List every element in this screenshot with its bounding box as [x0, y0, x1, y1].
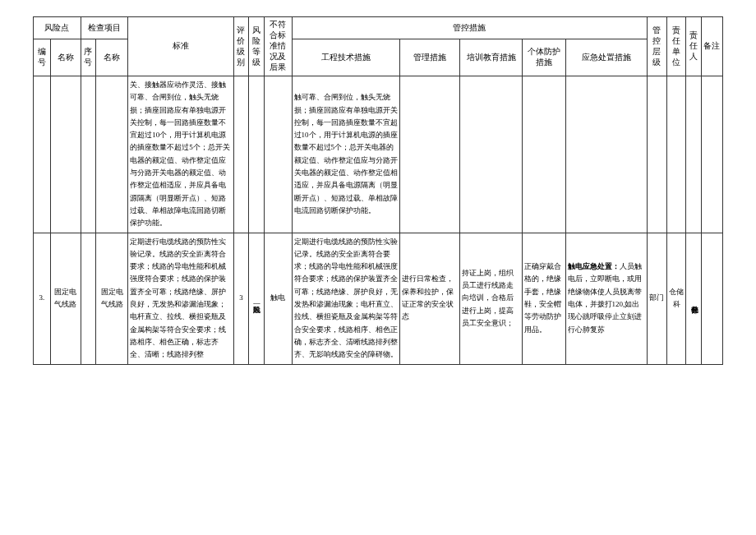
yingji-label: 触电应急处置：	[568, 262, 620, 270]
cell-mingcheng	[50, 76, 81, 233]
header-peixun: 培训教育措施	[460, 39, 523, 76]
cell-bianhao	[34, 76, 51, 233]
header-getifanghu: 个体防护措施	[523, 39, 565, 76]
header-jianchamc: 名称	[96, 39, 128, 76]
header-bianhao: 编号	[34, 39, 51, 76]
cell-jianchamc: 固定电气线路	[96, 233, 128, 364]
cell-mingcheng: 固定电气线路	[50, 233, 81, 364]
header-bufuhe: 不符合标准情况及后果	[264, 17, 292, 76]
header-gongcheng: 工程技术措施	[292, 39, 399, 76]
header-beizhu: 备注	[701, 17, 722, 76]
cell-zrdw: 仓储科	[666, 233, 686, 364]
cell-bfh	[264, 76, 292, 233]
header-yingji: 应急处置措施	[565, 39, 648, 76]
cell-zrdw	[666, 76, 686, 233]
cell-biaozhun: 关、接触器应动作灵活、接触可靠、合闸到位，触头无烧损；插座回路应有单独电源开关控…	[128, 76, 233, 233]
cell-guanli	[399, 76, 459, 233]
cell-biaozhun: 定期进行电缆线路的预防性实验记录。线路的安全距离符合要求；线路的导电性能和机械强…	[128, 233, 233, 364]
cell-bfh: 触电	[264, 233, 292, 364]
header-guanli: 管理措施	[399, 39, 459, 76]
cell-xuhao	[81, 76, 95, 233]
header-mingcheng: 名称	[50, 39, 81, 76]
table-row: 3. 固定电气线路 固定电气线路 定期进行电缆线路的预防性实验记录。线路的安全距…	[34, 233, 723, 364]
cell-gkcj	[648, 76, 667, 233]
cell-gongcheng: 定期进行电缆线路的预防性实验记录。线路的安全距离符合要求；线路的导电性能和机械强…	[292, 233, 399, 364]
cell-getifanghu	[523, 76, 565, 233]
table-header: 风险点 检查项目 标准 评价级别 风险等级 不符合标准情况及后果 管控措施 管控…	[34, 17, 723, 76]
cell-fxdj	[249, 76, 264, 233]
cell-gongcheng: 触可靠、合闸到位，触头无烧损；插座回路应有单独电源开关控制，每一回路插座数量不宜…	[292, 76, 399, 233]
cell-bz	[701, 76, 722, 233]
cell-pjjb: 3	[233, 233, 248, 364]
header-fengxiandengji: 风险等级	[249, 17, 264, 76]
cell-pjjb	[233, 76, 248, 233]
header-zerenren: 责任人	[686, 17, 701, 76]
cell-fxdj: 一般风险	[249, 233, 264, 364]
cell-xuhao	[81, 233, 95, 364]
header-guankongcuoshi: 管控措施	[292, 17, 648, 39]
cell-yingji: 触电应急处置：人员触电后，立即断电，或用绝缘物体使人员脱离带电体，并拨打120,…	[565, 233, 648, 364]
header-pingjiajiebie: 评价级别	[233, 17, 248, 76]
yingji-text: 人员触电后，立即断电，或用绝缘物体使人员脱离带电体，并拨打120,如出现心跳呼吸…	[568, 262, 642, 333]
cell-zrr	[686, 76, 701, 233]
cell-peixun: 持证上岗，组织员工进行线路走向培训，合格后进行上岗，提高员工安全意识；	[460, 233, 523, 364]
table-row: 关、接触器应动作灵活、接触可靠、合闸到位，触头无烧损；插座回路应有单独电源开关控…	[34, 76, 723, 233]
risk-control-table: 风险点 检查项目 标准 评价级别 风险等级 不符合标准情况及后果 管控措施 管控…	[33, 16, 723, 365]
cell-peixun	[460, 76, 523, 233]
cell-jianchamc	[96, 76, 128, 233]
cell-zrr: 仓储科部长	[686, 233, 701, 364]
cell-guanli: 进行日常检查，保养和拉护，保证正常的安全状态	[399, 233, 459, 364]
cell-bianhao: 3.	[34, 233, 51, 364]
header-guankongcengji: 管控层级	[648, 17, 667, 76]
header-fengxiandian: 风险点	[34, 17, 81, 39]
cell-bz	[701, 233, 722, 364]
header-jianchaxiangmu: 检查项目	[81, 17, 128, 39]
cell-yingji	[565, 76, 648, 233]
header-xuhao: 序号	[81, 39, 95, 76]
cell-gkcj: 部门	[648, 233, 667, 364]
header-zerendanwei: 责任单位	[666, 17, 686, 76]
cell-getifanghu: 正确穿戴合格的，绝缘手套，绝缘鞋，安全帽等劳动防护用品。	[523, 233, 565, 364]
header-biaozhun: 标准	[128, 17, 233, 76]
